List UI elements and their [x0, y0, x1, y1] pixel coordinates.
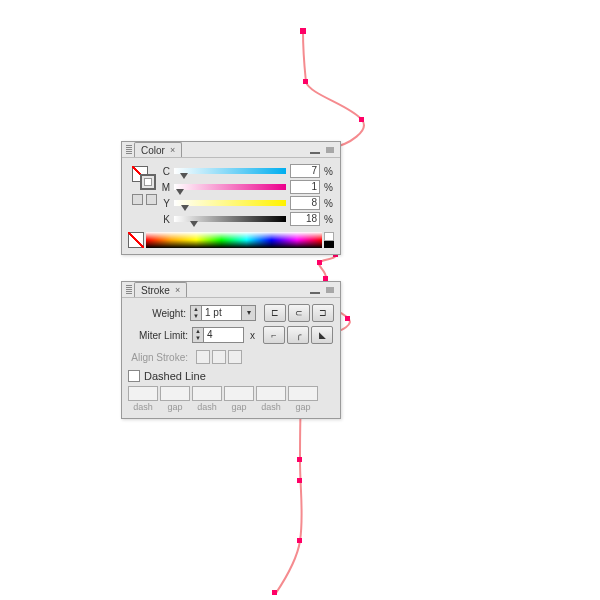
weight-input[interactable]: 1 pt: [202, 305, 242, 321]
svg-rect-2: [359, 117, 364, 122]
gap-input-3[interactable]: [288, 386, 318, 401]
stroke-swatch[interactable]: [140, 174, 156, 190]
cyan-slider[interactable]: [174, 166, 286, 176]
none-color-swatch[interactable]: [128, 232, 144, 248]
dash-input-2[interactable]: [192, 386, 222, 401]
miter-down-icon[interactable]: ▼: [193, 335, 203, 342]
dash-input-3[interactable]: [256, 386, 286, 401]
weight-down-icon[interactable]: ▼: [191, 313, 201, 320]
magenta-label: M: [160, 182, 170, 193]
magenta-pct: %: [324, 182, 334, 193]
black-label: K: [160, 214, 170, 225]
join-miter-button[interactable]: ⌐: [263, 326, 285, 344]
svg-rect-13: [297, 478, 302, 483]
black-slider[interactable]: [174, 214, 286, 224]
yellow-slider[interactable]: [174, 198, 286, 208]
cyan-label: C: [160, 166, 170, 177]
page-icon[interactable]: [146, 194, 157, 205]
grip-icon[interactable]: [126, 285, 132, 295]
yellow-input[interactable]: 8: [290, 196, 320, 210]
svg-rect-14: [297, 538, 302, 543]
weight-up-icon[interactable]: ▲: [191, 306, 201, 313]
svg-rect-12: [297, 457, 302, 462]
svg-rect-7: [317, 260, 322, 265]
color-panel: Color × C 7: [121, 141, 341, 255]
minimize-icon[interactable]: [309, 285, 321, 295]
stroke-panel-header[interactable]: Stroke ×: [122, 282, 340, 298]
close-tab-icon[interactable]: ×: [175, 285, 180, 295]
magenta-row: M 1 %: [160, 180, 334, 194]
miter-stepper[interactable]: ▲▼ 4: [192, 327, 244, 343]
minimize-icon[interactable]: [309, 145, 321, 155]
dash-gap-inputs: dash gap dash gap dash gap: [128, 386, 334, 412]
align-inside-button: [212, 350, 226, 364]
svg-rect-10: [345, 316, 350, 321]
weight-dropdown-icon[interactable]: ▾: [242, 305, 256, 321]
miter-suffix: x: [250, 330, 255, 341]
close-tab-icon[interactable]: ×: [170, 145, 175, 155]
dash-input-1[interactable]: [128, 386, 158, 401]
weight-stepper[interactable]: ▲▼ 1 pt ▾: [190, 305, 256, 321]
cyan-row: C 7 %: [160, 164, 334, 178]
gap-input-1[interactable]: [160, 386, 190, 401]
color-panel-header[interactable]: Color ×: [122, 142, 340, 158]
black-row: K 18 %: [160, 212, 334, 226]
color-spectrum[interactable]: [146, 232, 322, 248]
join-round-button[interactable]: ╭: [287, 326, 309, 344]
white-black-swatch[interactable]: [324, 232, 334, 248]
cyan-pct: %: [324, 166, 334, 177]
menu-icon[interactable]: [324, 285, 336, 295]
svg-rect-17: [310, 292, 320, 294]
svg-rect-0: [300, 28, 306, 34]
menu-icon[interactable]: [324, 145, 336, 155]
yellow-row: Y 8 %: [160, 196, 334, 210]
gap-input-2[interactable]: [224, 386, 254, 401]
svg-rect-1: [303, 79, 308, 84]
cyan-input[interactable]: 7: [290, 164, 320, 178]
svg-rect-16: [310, 152, 320, 154]
cap-projecting-button[interactable]: ⊐: [312, 304, 334, 322]
dashed-line-label: Dashed Line: [144, 370, 206, 382]
magenta-input[interactable]: 1: [290, 180, 320, 194]
cube-icon[interactable]: [132, 194, 143, 205]
stroke-panel: Stroke × Weight: ▲▼ 1 pt ▾ ⊏ ⊂ ⊐ Miter L…: [121, 281, 341, 419]
yellow-label: Y: [160, 198, 170, 209]
miter-input[interactable]: 4: [204, 327, 244, 343]
join-bevel-button[interactable]: ◣: [311, 326, 333, 344]
stroke-tab-label: Stroke: [141, 285, 170, 296]
align-center-button: [196, 350, 210, 364]
svg-rect-15: [272, 590, 277, 595]
cap-butt-button[interactable]: ⊏: [264, 304, 286, 322]
miter-up-icon[interactable]: ▲: [193, 328, 203, 335]
black-pct: %: [324, 214, 334, 225]
align-stroke-label: Align Stroke:: [128, 352, 188, 363]
align-outside-button: [228, 350, 242, 364]
color-tab[interactable]: Color ×: [134, 142, 182, 157]
cap-round-button[interactable]: ⊂: [288, 304, 310, 322]
black-input[interactable]: 18: [290, 212, 320, 226]
color-tab-label: Color: [141, 145, 165, 156]
stroke-tab[interactable]: Stroke ×: [134, 282, 187, 297]
yellow-pct: %: [324, 198, 334, 209]
grip-icon[interactable]: [126, 145, 132, 155]
dashed-line-checkbox[interactable]: [128, 370, 140, 382]
fill-stroke-swatch[interactable]: [132, 166, 156, 190]
magenta-slider[interactable]: [174, 182, 286, 192]
miter-label: Miter Limit:: [128, 330, 188, 341]
weight-label: Weight:: [128, 308, 186, 319]
